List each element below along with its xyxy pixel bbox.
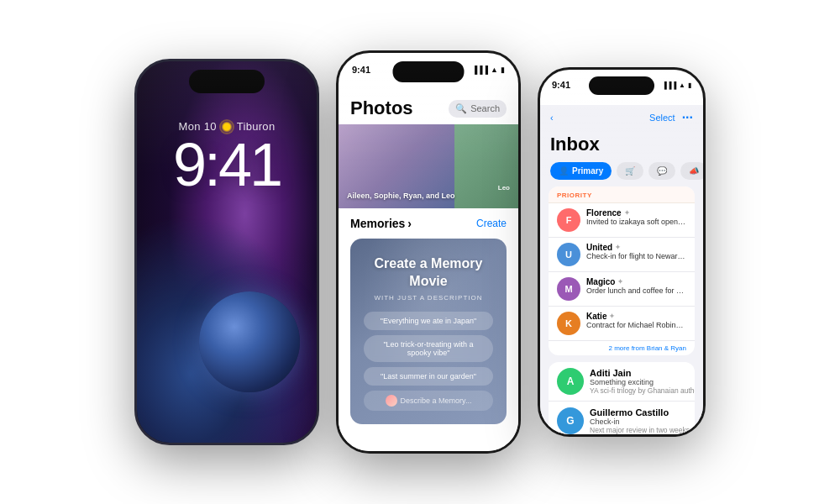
mail-item-aditi[interactable]: A Aditi Jain Something exciting YA sci-f… bbox=[549, 362, 695, 402]
phone2-status-icons: ▐▐▐ ▲ ▮ bbox=[472, 65, 505, 75]
photos-featured-banner[interactable]: Aileen, Sophie, Ryan, and Leo Leo bbox=[339, 124, 518, 208]
memories-create-button[interactable]: Create bbox=[476, 218, 507, 229]
lock-time: 9:41 bbox=[137, 134, 317, 195]
mail-preview-guillermo: Next major review in two weeks. Schedule… bbox=[590, 426, 695, 434]
dynamic-island-1 bbox=[189, 70, 265, 93]
signal-icon: ▐▐▐ bbox=[472, 66, 488, 74]
mail-tab-primary[interactable]: 👤 Primary bbox=[550, 162, 612, 180]
mail-preview-aditi: YA sci-fi trilogy by Ghanaian author, Lo… bbox=[590, 386, 695, 395]
mail-inbox-title: Inbox bbox=[540, 130, 703, 162]
siri-badge: ✦ bbox=[624, 209, 630, 217]
mail-more-from[interactable]: 2 more from Brian & Ryan bbox=[549, 341, 695, 355]
mail-back-button[interactable]: ‹ bbox=[550, 113, 554, 123]
mail-more-button[interactable]: ··· bbox=[682, 110, 693, 125]
memory-chip-describe[interactable]: Describe a Memory... bbox=[364, 391, 493, 411]
mail-tabs: 👤 Primary 🛒 💬 📣 bbox=[540, 162, 703, 186]
memories-section: Memories › Create Create a Memory Movie … bbox=[339, 208, 518, 429]
signal-icon-3: ▐▐▐ bbox=[662, 81, 676, 89]
mail-item-content-katie: Katie ✦ Contract for Michael Robinson's … bbox=[586, 312, 686, 329]
memory-movie-card[interactable]: Create a Memory Movie WITH JUST A DESCRI… bbox=[350, 239, 507, 424]
promo-tab-icon: 📣 bbox=[689, 166, 699, 176]
photos-header: Photos 🔍 Search bbox=[339, 91, 518, 124]
mail-subject-united: Check-in for flight to Newark EWR from S… bbox=[586, 252, 686, 260]
siri-badge-united: ✦ bbox=[615, 244, 621, 251]
mail-select-button[interactable]: Select bbox=[649, 113, 675, 123]
memory-movie-subtitle: WITH JUST A DESCRIPTION bbox=[364, 294, 493, 302]
mail-sender-florence: Florence ✦ bbox=[586, 208, 686, 218]
mail-subject-katie: Contract for Michael Robinson's book nee… bbox=[586, 321, 686, 329]
mail-item-content-magico: Magico ✦ Order lunch and coffee for Neet… bbox=[586, 277, 686, 295]
mail-subject-guillermo: Check-in bbox=[590, 417, 695, 426]
memories-header: Memories › Create bbox=[350, 217, 507, 230]
phone-lock-screen: Mon 10 Tiburon 9:41 bbox=[134, 59, 319, 445]
battery-icon: ▮ bbox=[501, 66, 505, 74]
siri-badge-magico: ✦ bbox=[617, 278, 623, 286]
chat-tab-icon: 💬 bbox=[657, 166, 667, 176]
mail-sender-katie: Katie ✦ bbox=[586, 312, 686, 321]
search-icon: 🔍 bbox=[455, 103, 467, 114]
describe-placeholder: Describe a Memory... bbox=[401, 396, 472, 405]
memory-movie-title: Create a Memory Movie bbox=[364, 255, 493, 291]
mail-avatar-guillermo: G bbox=[557, 407, 584, 434]
primary-tab-label: Primary bbox=[572, 166, 603, 176]
phone2-status-bar: 9:41 ▐▐▐ ▲ ▮ bbox=[339, 65, 518, 75]
mail-nav-actions: Select ··· bbox=[649, 110, 693, 125]
mail-subject-florence: Invited to izakaya soft opening by Flore… bbox=[586, 218, 686, 226]
memory-chip-3[interactable]: "Last summer in our garden" bbox=[364, 367, 493, 386]
featured-photo-2 bbox=[454, 124, 518, 208]
mail-sender-magico: Magico ✦ bbox=[586, 277, 686, 286]
lock-screen-info: Mon 10 Tiburon 9:41 bbox=[137, 120, 317, 195]
priority-header: PRIORITY bbox=[549, 186, 695, 203]
mail-item-magico[interactable]: M Magico ✦ Order lunch and coffee for Ne… bbox=[549, 272, 695, 307]
mail-tab-shopping[interactable]: 🛒 bbox=[617, 162, 643, 180]
search-label: Search bbox=[470, 103, 500, 113]
mail-item-katie[interactable]: K Katie ✦ Contract for Michael Robinson'… bbox=[549, 307, 695, 341]
mail-item-united[interactable]: U United ✦ Check-in for flight to Newark… bbox=[549, 238, 695, 272]
memory-chip-1[interactable]: "Everything we ate in Japan" bbox=[364, 312, 493, 330]
siri-badge-katie: ✦ bbox=[609, 312, 615, 320]
primary-tab-icon: 👤 bbox=[559, 166, 569, 176]
mail-avatar-united: U bbox=[557, 243, 580, 266]
mail-item-content-florence: Florence ✦ Invited to izakaya soft openi… bbox=[586, 208, 686, 226]
mail-item-content-united: United ✦ Check-in for flight to Newark E… bbox=[586, 243, 686, 260]
wifi-icon: ▲ bbox=[491, 66, 498, 74]
memory-chip-2[interactable]: "Leo trick-or-treating with a spooky vib… bbox=[364, 335, 493, 362]
mail-sender-aditi: Aditi Jain bbox=[590, 368, 695, 378]
phone-mail: 9:41 ▐▐▐ ▲ ▮ ‹ Select ··· Inbox 👤 bbox=[538, 67, 706, 437]
battery-icon-3: ▮ bbox=[688, 81, 691, 89]
memory-chip-avatar bbox=[386, 395, 397, 407]
photos-search-button[interactable]: 🔍 Search bbox=[449, 100, 507, 118]
phone3-status-bar: 9:41 ▐▐▐ ▲ ▮ bbox=[540, 80, 703, 90]
mail-subject-magico: Order lunch and coffee for Neeta's 12 p.… bbox=[586, 286, 686, 295]
memories-title: Memories › bbox=[350, 217, 412, 230]
memories-chevron: › bbox=[407, 217, 412, 230]
memory-chips: "Everything we ate in Japan" "Leo trick-… bbox=[364, 312, 493, 411]
mail-subject-aditi: Something exciting bbox=[590, 378, 695, 386]
shopping-tab-icon: 🛒 bbox=[625, 166, 635, 176]
mail-avatar-florence: F bbox=[557, 208, 580, 232]
mail-avatar-aditi: A bbox=[557, 368, 584, 395]
mail-sender-united: United ✦ bbox=[586, 243, 686, 252]
mail-item-content-guillermo: Guillermo Castillo Check-in Next major r… bbox=[590, 407, 695, 434]
mail-sender-guillermo: Guillermo Castillo bbox=[590, 407, 695, 417]
main-scene: Mon 10 Tiburon 9:41 9:41 ▐▐▐ ▲ ▮ Photos … bbox=[0, 0, 840, 504]
featured-caption: Aileen, Sophie, Ryan, and Leo bbox=[347, 192, 455, 202]
back-chevron-icon: ‹ bbox=[550, 113, 554, 123]
mail-priority-section: PRIORITY F Florence ✦ Invited to izakaya… bbox=[549, 186, 695, 355]
mail-navigation: ‹ Select ··· bbox=[540, 105, 703, 130]
mail-item-florence[interactable]: F Florence ✦ Invited to izakaya soft ope… bbox=[549, 203, 695, 238]
mail-tab-chat[interactable]: 💬 bbox=[648, 162, 675, 180]
mail-avatar-magico: M bbox=[557, 277, 580, 301]
mail-item-guillermo[interactable]: G Guillermo Castillo Check-in Next major… bbox=[549, 402, 695, 434]
phone-photos: 9:41 ▐▐▐ ▲ ▮ Photos 🔍 Search bbox=[336, 50, 521, 454]
phone3-time: 9:41 bbox=[552, 80, 570, 90]
photos-title: Photos bbox=[350, 97, 413, 119]
mail-app-content: ‹ Select ··· Inbox 👤 Primary 🛒 💬 bbox=[540, 105, 703, 434]
lock-screen-planet bbox=[199, 291, 300, 392]
mail-tab-promo[interactable]: 📣 bbox=[680, 162, 703, 180]
phone3-status-icons: ▐▐▐ ▲ ▮ bbox=[662, 80, 691, 90]
mail-avatar-katie: K bbox=[557, 312, 580, 335]
mail-regular-section: A Aditi Jain Something exciting YA sci-f… bbox=[549, 362, 695, 434]
photos-app-content: Photos 🔍 Search Aileen, Sophie, Ryan, an… bbox=[339, 91, 518, 451]
featured-tag: Leo bbox=[498, 184, 510, 192]
